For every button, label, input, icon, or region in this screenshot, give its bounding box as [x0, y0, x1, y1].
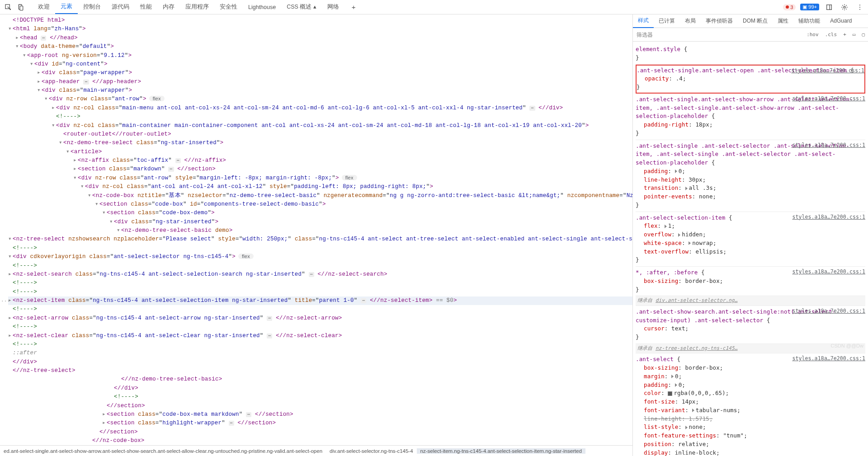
source-link[interactable]: styles.a18a…7e200.css:1: [791, 67, 864, 75]
dom-line[interactable]: ▾<body data-theme="default">: [15, 42, 632, 51]
tab-源代码[interactable]: 源代码: [106, 0, 135, 14]
style-property[interactable]: display: inline-block;: [636, 449, 865, 456]
issues-badge[interactable]: ▣ 99+: [800, 4, 819, 10]
dom-line[interactable]: ▾<nz-code-box nztitle="基本" nzselector="n…: [88, 192, 632, 200]
css-rule[interactable]: element.style {}: [636, 43, 865, 65]
dom-line[interactable]: <//nz-demo-tree-select-basic>: [117, 375, 632, 384]
dom-line[interactable]: ▸<nz-select-arrow class="ng-tns-c145-4 a…: [8, 314, 632, 323]
dom-line[interactable]: ▸<section class="markdown" ⋯ <//section>: [73, 165, 632, 174]
style-property[interactable]: pointer-events: none;: [636, 193, 865, 201]
style-tab-DOM 断点[interactable]: DOM 断点: [738, 14, 773, 28]
dom-line[interactable]: <!---->: [8, 288, 632, 296]
style-property[interactable]: padding: 0;: [636, 381, 865, 390]
dom-line[interactable]: <//div>: [8, 358, 632, 367]
dom-line[interactable]: ▾<div class="main-wrapper">: [37, 86, 632, 95]
style-property[interactable]: overflow: hidden;: [636, 230, 865, 239]
paste-icon[interactable]: ▭: [849, 32, 859, 38]
tab-元素[interactable]: 元素: [55, 0, 78, 14]
dom-line[interactable]: <//nz-code-box>: [88, 437, 632, 445]
dom-line[interactable]: ▸<nz-select-clear class="ng-tns-c145-4 a…: [8, 332, 632, 340]
style-property[interactable]: position: relative;: [636, 440, 865, 449]
style-property[interactable]: padding: 0;: [636, 167, 865, 176]
style-property[interactable]: font-size: 14px;: [636, 398, 865, 406]
dom-line[interactable]: ▾<div id="ng-content">: [30, 60, 632, 69]
tab-欢迎[interactable]: 欢迎: [33, 0, 55, 14]
dom-line[interactable]: ▾<div nz-row class="ant-row" style="marg…: [73, 174, 632, 183]
style-property[interactable]: margin: 0;: [636, 372, 865, 381]
crumb[interactable]: div.ant-select-selector.ng-tns-c145-4: [326, 448, 417, 454]
dom-line[interactable]: <//section>: [95, 428, 632, 437]
cls-button[interactable]: .cls: [822, 32, 840, 38]
dom-line[interactable]: <!---->: [8, 305, 632, 314]
filter-input[interactable]: [633, 30, 803, 40]
tab-应用程序[interactable]: 应用程序: [180, 0, 214, 14]
style-tab-辅助功能[interactable]: 辅助功能: [793, 14, 825, 28]
dom-line[interactable]: <!---->: [8, 262, 632, 270]
device-icon[interactable]: [15, 2, 26, 13]
css-rule[interactable]: styles.a18a…7e200.css:1.ant-select-singl…: [636, 94, 865, 140]
style-tab-属性[interactable]: 属性: [773, 14, 793, 28]
dom-line[interactable]: <!---->: [8, 323, 632, 331]
dom-line[interactable]: ▾<app-root ng-version="9.1.12">: [23, 52, 632, 60]
css-rule[interactable]: styles.a18a…7e200.css:1*, :after, :befor…: [636, 267, 865, 296]
dom-line[interactable]: ▾<div nz-col class="ant-col ant-col-24 a…: [80, 183, 632, 191]
dom-line[interactable]: ▸<div class="page-wrapper">: [37, 69, 632, 77]
style-property[interactable]: list-style: none;: [636, 423, 865, 432]
dom-line[interactable]: ▸<head ⋯ <//head>: [15, 34, 632, 42]
css-rule[interactable]: styles.a18a…7e200.css:1.ant-select-singl…: [636, 65, 865, 94]
style-property[interactable]: opacity: .4;: [637, 75, 863, 83]
css-rule[interactable]: styles.a18a…7e200.css:1.ant-select-selec…: [636, 212, 865, 267]
style-property[interactable]: padding-right: 18px;: [636, 121, 865, 129]
dom-line[interactable]: ▸<app-header ⋯ <//app-header>: [37, 78, 632, 86]
settings-icon[interactable]: [839, 2, 850, 13]
dom-line[interactable]: ▾<nz-demo-tree-select class="ng-star-ins…: [59, 139, 632, 147]
toggle-icon[interactable]: ▢: [859, 32, 868, 38]
dom-line[interactable]: ▸<nz-select-search class="ng-tns-c145-4 …: [8, 270, 632, 279]
dom-line[interactable]: ▾<div cdkoverlayorigin class="ant-select…: [8, 253, 632, 261]
crumb[interactable]: ed.ant-select-single.ant-select-show-arr…: [0, 448, 326, 454]
dom-line[interactable]: <//nz-tree-select>: [8, 367, 632, 375]
style-property[interactable]: box-sizing: border-box;: [636, 364, 865, 372]
more-icon[interactable]: [854, 2, 865, 13]
tab-CSS 概述 ▴[interactable]: CSS 概述 ▴: [281, 0, 322, 14]
dom-line[interactable]: ▾<nz-demo-tree-select-basic demo>: [117, 226, 632, 235]
source-link[interactable]: styles.a18a…7e200.css:1: [792, 355, 865, 362]
style-property[interactable]: flex: 1;: [636, 222, 865, 230]
source-link[interactable]: styles.a18a…7e200.css:1: [792, 141, 865, 149]
dom-line[interactable]: ▾<section class="code-box" id="component…: [95, 200, 632, 209]
dom-line[interactable]: <!---->: [8, 340, 632, 349]
dom-line[interactable]: <!DOCTYPE html>: [8, 16, 632, 25]
tab-控制台[interactable]: 控制台: [78, 0, 106, 14]
dock-icon[interactable]: [824, 2, 835, 13]
tab-Lighthouse[interactable]: Lighthouse: [243, 1, 281, 13]
css-rule[interactable]: styles.a18a…7e200.css:1.ant-select {box-…: [636, 353, 865, 456]
dom-line[interactable]: <!---->: [8, 279, 632, 287]
style-tab-事件侦听器[interactable]: 事件侦听器: [701, 14, 738, 28]
style-property[interactable]: line-height: 1.5715;: [636, 415, 865, 423]
dom-line[interactable]: ...▸<nz-select-item class="ng-tns-c145-4…: [8, 296, 632, 305]
tab-内存[interactable]: 内存: [157, 0, 180, 14]
dom-line[interactable]: <//section>: [102, 402, 632, 410]
tab-安全性[interactable]: 安全性: [214, 0, 243, 14]
style-property[interactable]: text-overflow: ellipsis;: [636, 248, 865, 256]
style-property[interactable]: color: rgba(0,0,0,.65);: [636, 389, 865, 398]
dom-line[interactable]: ▾<div class="ng-star-inserted">: [109, 218, 632, 226]
css-rule[interactable]: styles.a18a…7e200.css:1.ant-select-singl…: [636, 140, 865, 212]
dom-line[interactable]: ▸<section class="highlight-wrapper" ⋯ </…: [102, 419, 632, 428]
crumb[interactable]: nz-select-item.ng-tns-c145-4.ant-select-…: [417, 448, 585, 454]
dom-line[interactable]: ▸<section class="code-box-meta markdown"…: [102, 410, 632, 419]
style-property[interactable]: line-height: 30px;: [636, 176, 865, 184]
dom-line[interactable]: <//div>: [109, 384, 632, 393]
dom-line[interactable]: <router-outlet<//router-outlet>: [59, 130, 632, 139]
dom-line[interactable]: ▸<div nz-col class="main-menu ant-col an…: [52, 104, 632, 113]
dom-line[interactable]: ▾<div nz-row class="ant-row">flex: [44, 95, 632, 103]
css-rule[interactable]: styles.a18a…7e200.css:1.ant-select-show-…: [636, 306, 865, 344]
tab-性能[interactable]: 性能: [135, 0, 157, 14]
style-tab-样式[interactable]: 样式: [633, 14, 654, 28]
dom-line[interactable]: ▸<nz-affix class="toc-affix" ⋯ <//nz-aff…: [73, 156, 632, 165]
source-link[interactable]: styles.a18a…7e200.css:1: [792, 307, 865, 315]
style-property[interactable]: font-variant: tabular-nums;: [636, 406, 865, 415]
dom-line[interactable]: ::after: [8, 349, 632, 357]
style-tab-布局[interactable]: 布局: [680, 14, 701, 28]
dom-line[interactable]: <!---->: [52, 113, 632, 121]
